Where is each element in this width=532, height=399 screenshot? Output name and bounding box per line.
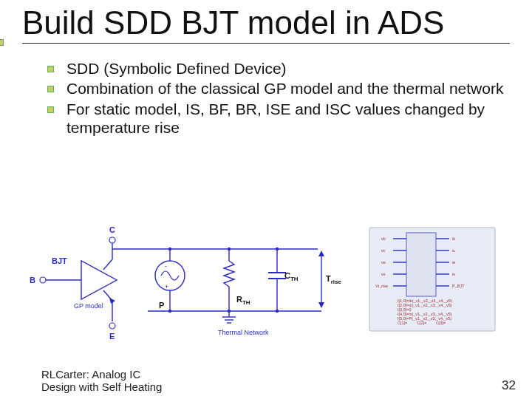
bjt-label: BJT [52, 256, 67, 265]
rth-label: R [236, 295, 242, 304]
svg-rect-40 [406, 233, 436, 296]
circuit-diagram: C B BJT GP model E + - P [30, 224, 502, 357]
svg-point-32 [168, 310, 171, 313]
page-number: 32 [502, 378, 516, 393]
terminal-e-label: E [109, 332, 115, 341]
bullet-item: For static model, IS, BF, BR, ISE and IS… [66, 100, 510, 137]
svg-text:vs: vs [381, 272, 386, 276]
svg-text:ib: ib [452, 236, 455, 241]
terminal-b-label: B [30, 276, 35, 284]
svg-text:-: - [165, 262, 167, 270]
gp-model-label: GP model [74, 302, 103, 310]
svg-text:vc: vc [381, 248, 386, 253]
svg-text:is: is [452, 272, 455, 276]
svg-text:Trise: Trise [326, 274, 342, 285]
slide-title: Build SDD BJT model in ADS [22, 6, 510, 44]
svg-text:C[1]=: C[1]= [398, 321, 407, 325]
svg-text:ve: ve [381, 260, 386, 265]
svg-text:+: + [165, 283, 168, 290]
svg-point-0 [109, 237, 115, 243]
svg-text:ie: ie [452, 260, 455, 265]
svg-point-9 [109, 323, 115, 329]
svg-marker-29 [318, 302, 324, 308]
svg-text:vb: vb [381, 236, 386, 241]
sdd-equations: I[1,0]=ib(_v1,_v2,_v3,_v4,_v5) I[2,0]=ic… [398, 299, 452, 325]
svg-point-2 [40, 277, 46, 283]
terminal-c-label: C [109, 225, 115, 234]
svg-marker-28 [318, 250, 324, 256]
bullet-list: SDD (Symbolic Defined Device) Combinatio… [22, 59, 510, 137]
svg-text:C[3]=: C[3]= [436, 321, 446, 325]
svg-text:CTH: CTH [284, 271, 299, 282]
svg-text:P_BJT: P_BJT [452, 284, 465, 288]
svg-text:RTH: RTH [236, 295, 250, 306]
svg-text:ic: ic [452, 248, 455, 253]
bullet-item: Combination of the classical GP model an… [66, 79, 510, 98]
cth-label: C [284, 271, 290, 280]
p-source-label: P [159, 301, 164, 310]
svg-point-34 [276, 310, 279, 313]
svg-marker-4 [81, 261, 117, 299]
thermal-network-label: Thermal Network [218, 329, 269, 336]
svg-line-5 [103, 259, 112, 270]
svg-text:C[2]=: C[2]= [417, 321, 426, 325]
svg-text:Vt_rise: Vt_rise [375, 284, 388, 288]
footer-text: RLCarter: Analog IC Design with Self Hea… [41, 368, 167, 394]
bullet-item: SDD (Symbolic Defined Device) [66, 59, 510, 78]
